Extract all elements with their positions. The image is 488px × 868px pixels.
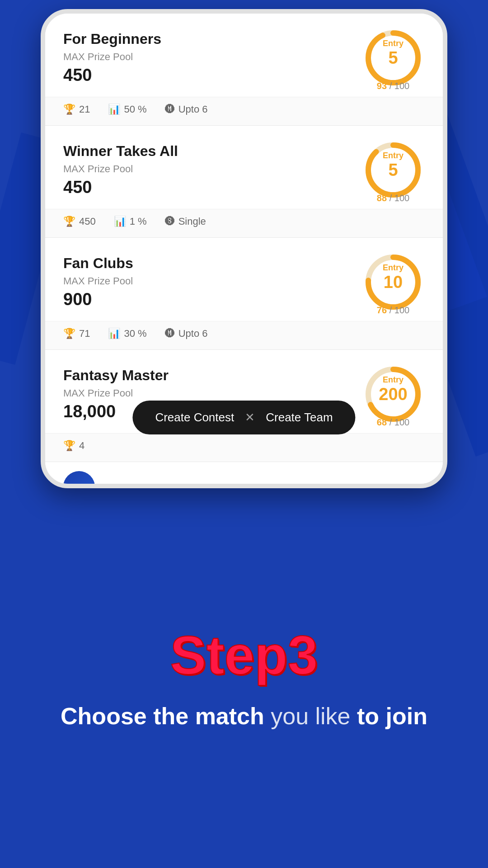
contest-name-winner: Winner Takes All [63, 143, 361, 160]
stat-percent-winner: 📊 1 % [114, 216, 147, 227]
contest-stats-winner: 🏆 450 📊 1 % 🅢 Single [45, 209, 443, 237]
trophy-icon-2: 🏆 [63, 216, 75, 227]
entry-donut-beginners[interactable]: Entry 5 93 / 100 [361, 26, 425, 90]
trophy-icon-4: 🏆 [63, 440, 75, 452]
entry-label-fantasy: Entry [379, 375, 407, 385]
bar-chart-icon-2: 📊 [114, 216, 126, 227]
prize-label-fanclubs: MAX Prize Pool [63, 275, 361, 287]
entry-label-winner: Entry [383, 151, 404, 160]
prize-amount-beginners: 450 [63, 66, 361, 85]
entry-donut-fanclubs[interactable]: Entry 10 76 / 100 [361, 250, 425, 314]
contest-name-fanclubs: Fan Clubs [63, 255, 361, 272]
stat-trophy-winner: 🏆 450 [63, 216, 96, 227]
entry-value-beginners: 5 [383, 49, 404, 66]
step-section: Step3 Choose the match you like to join [0, 488, 488, 868]
contest-card-fantasy[interactable]: Fantasy Master MAX Prize Pool 18,000 Ent… [45, 350, 443, 462]
prize-label-winner: MAX Prize Pool [63, 163, 361, 175]
stat-trophy-fanclubs: 🏆 71 [63, 328, 90, 340]
donut-filled-fanclubs: 76 / 100 [377, 305, 409, 316]
contest-stats-fanclubs: 🏆 71 📊 30 % 🅜 Upto 6 [45, 321, 443, 349]
subtitle-highlight-2: to join [357, 703, 427, 729]
stat-percent-beginners: 📊 50 % [108, 104, 146, 115]
stat-percent-fanclubs: 📊 30 % [108, 328, 146, 340]
step-subtitle: Choose the match you like to join [24, 700, 464, 733]
contest-info-beginners: For Beginners MAX Prize Pool 450 [63, 31, 361, 85]
stat-trophy-beginners: 🏆 21 [63, 104, 90, 115]
trophy-icon-3: 🏆 [63, 328, 75, 340]
step-title: Step3 [170, 624, 318, 686]
entry-donut-winner[interactable]: Entry 5 88 / 100 [361, 138, 425, 202]
subtitle-highlight-1: Choose the match [61, 703, 264, 729]
bar-chart-icon-3: 📊 [108, 328, 120, 340]
contest-list: For Beginners MAX Prize Pool 450 Entry 5 [45, 14, 443, 484]
donut-filled-beginners: 93 / 100 [377, 81, 409, 91]
contest-name-beginners: For Beginners [63, 31, 361, 47]
entry-value-winner: 5 [383, 161, 404, 179]
contest-card-fanclubs[interactable]: Fan Clubs MAX Prize Pool 900 Entry 10 [45, 238, 443, 350]
stat-teams-beginners: 🅜 Upto 6 [165, 104, 208, 115]
bar-chart-icon: 📊 [108, 104, 120, 115]
entry-label-beginners: Entry [383, 39, 404, 48]
stat-trophy-fantasy: 🏆 4 [63, 440, 84, 452]
single-icon: 🅢 [165, 216, 175, 227]
action-bar[interactable]: Create Contest ✕ Create Team [132, 401, 355, 434]
contest-info-winner: Winner Takes All MAX Prize Pool 450 [63, 143, 361, 197]
prize-amount-fanclubs: 900 [63, 290, 361, 309]
multi-icon-3: 🅜 [165, 328, 175, 340]
contest-name-fantasy: Fantasy Master [63, 367, 361, 384]
contest-stats-beginners: 🏆 21 📊 50 % 🅜 Upto 6 [45, 97, 443, 125]
create-contest-button[interactable]: Create Contest [155, 410, 234, 425]
partial-card [45, 462, 443, 484]
contest-card-beginners[interactable]: For Beginners MAX Prize Pool 450 Entry 5 [45, 14, 443, 126]
contest-card-winner[interactable]: Winner Takes All MAX Prize Pool 450 Entr… [45, 126, 443, 238]
entry-donut-fantasy[interactable]: Entry 200 68 / 100 [361, 363, 425, 426]
subtitle-normal: you like [264, 703, 357, 729]
prize-amount-winner: 450 [63, 178, 361, 197]
multi-icon: 🅜 [165, 104, 175, 115]
contest-info-fanclubs: Fan Clubs MAX Prize Pool 900 [63, 255, 361, 309]
trophy-icon: 🏆 [63, 104, 75, 115]
entry-value-fantasy: 200 [379, 386, 407, 403]
action-divider: ✕ [245, 410, 255, 425]
prize-label-fantasy: MAX Prize Pool [63, 387, 361, 399]
donut-filled-winner: 88 / 100 [377, 193, 409, 203]
entry-label-fanclubs: Entry [383, 263, 404, 273]
phone-frame: For Beginners MAX Prize Pool 450 Entry 5 [41, 9, 447, 488]
donut-filled-fantasy: 68 / 100 [377, 417, 409, 428]
prize-label-beginners: MAX Prize Pool [63, 51, 361, 63]
entry-value-fanclubs: 10 [383, 274, 404, 291]
stat-teams-winner: 🅢 Single [165, 216, 206, 227]
team-avatar [63, 471, 95, 484]
stat-teams-fanclubs: 🅜 Upto 6 [165, 328, 208, 340]
create-team-button[interactable]: Create Team [266, 410, 333, 425]
contest-stats-fantasy: 🏆 4 [45, 433, 443, 462]
